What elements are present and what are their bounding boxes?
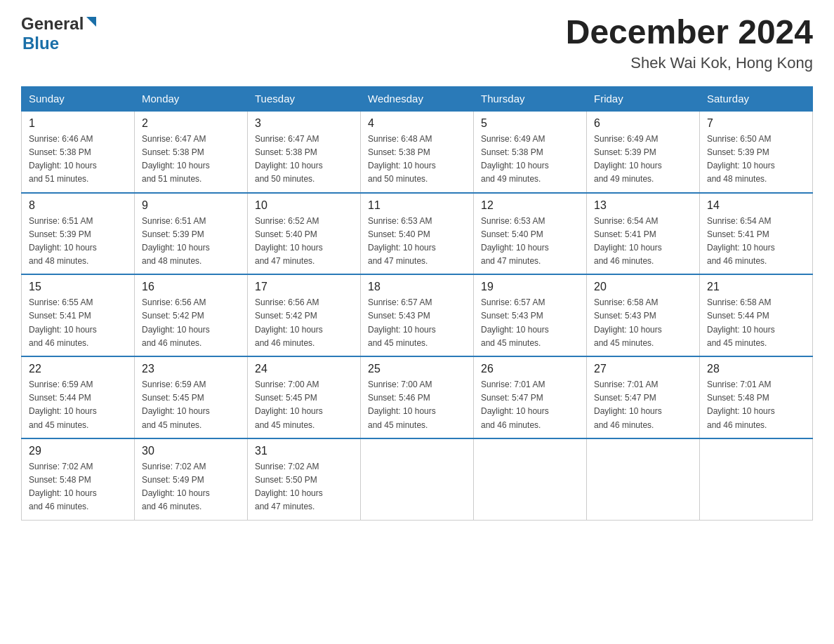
day-number: 28 <box>707 363 805 375</box>
day-info: Sunrise: 6:51 AM Sunset: 5:39 PM Dayligh… <box>142 215 240 269</box>
day-number: 8 <box>29 199 127 212</box>
calendar-cell: 13 Sunrise: 6:54 AM Sunset: 5:41 PM Dayl… <box>587 193 700 275</box>
calendar-cell: 6 Sunrise: 6:49 AM Sunset: 5:39 PM Dayli… <box>587 111 700 193</box>
day-info: Sunrise: 7:01 AM Sunset: 5:47 PM Dayligh… <box>594 378 692 432</box>
day-info: Sunrise: 6:53 AM Sunset: 5:40 PM Dayligh… <box>481 215 579 269</box>
day-info: Sunrise: 6:56 AM Sunset: 5:42 PM Dayligh… <box>142 296 240 350</box>
header-saturday: Saturday <box>700 86 813 111</box>
week-row-5: 29 Sunrise: 7:02 AM Sunset: 5:48 PM Dayl… <box>22 438 813 520</box>
day-info: Sunrise: 6:55 AM Sunset: 5:41 PM Dayligh… <box>29 296 127 350</box>
calendar-cell: 26 Sunrise: 7:01 AM Sunset: 5:47 PM Dayl… <box>474 356 587 438</box>
calendar-cell: 24 Sunrise: 7:00 AM Sunset: 5:45 PM Dayl… <box>248 356 361 438</box>
day-info: Sunrise: 6:56 AM Sunset: 5:42 PM Dayligh… <box>255 296 353 350</box>
calendar-cell: 31 Sunrise: 7:02 AM Sunset: 5:50 PM Dayl… <box>248 438 361 520</box>
calendar-cell: 16 Sunrise: 6:56 AM Sunset: 5:42 PM Dayl… <box>135 274 248 356</box>
calendar-cell: 19 Sunrise: 6:57 AM Sunset: 5:43 PM Dayl… <box>474 274 587 356</box>
day-number: 6 <box>594 117 692 130</box>
logo-general-text: General <box>21 14 84 34</box>
header-sunday: Sunday <box>22 86 135 111</box>
day-info: Sunrise: 6:52 AM Sunset: 5:40 PM Dayligh… <box>255 215 353 269</box>
calendar-cell <box>587 438 700 520</box>
calendar-cell: 11 Sunrise: 6:53 AM Sunset: 5:40 PM Dayl… <box>361 193 474 275</box>
week-row-2: 8 Sunrise: 6:51 AM Sunset: 5:39 PM Dayli… <box>22 193 813 275</box>
day-number: 26 <box>481 363 579 375</box>
location-subtitle: Shek Wai Kok, Hong Kong <box>566 54 813 72</box>
day-number: 9 <box>142 199 240 212</box>
calendar-cell: 1 Sunrise: 6:46 AM Sunset: 5:38 PM Dayli… <box>22 111 135 193</box>
day-info: Sunrise: 7:01 AM Sunset: 5:47 PM Dayligh… <box>481 378 579 432</box>
day-info: Sunrise: 6:51 AM Sunset: 5:39 PM Dayligh… <box>29 215 127 269</box>
calendar-cell: 20 Sunrise: 6:58 AM Sunset: 5:43 PM Dayl… <box>587 274 700 356</box>
day-number: 1 <box>29 117 127 130</box>
day-number: 7 <box>707 117 805 130</box>
day-number: 2 <box>142 117 240 130</box>
day-number: 16 <box>142 281 240 293</box>
day-number: 13 <box>594 199 692 212</box>
calendar-cell: 17 Sunrise: 6:56 AM Sunset: 5:42 PM Dayl… <box>248 274 361 356</box>
day-info: Sunrise: 6:50 AM Sunset: 5:39 PM Dayligh… <box>707 133 805 187</box>
calendar-cell <box>474 438 587 520</box>
day-info: Sunrise: 6:59 AM Sunset: 5:45 PM Dayligh… <box>142 378 240 432</box>
calendar-cell: 15 Sunrise: 6:55 AM Sunset: 5:41 PM Dayl… <box>22 274 135 356</box>
day-number: 10 <box>255 199 353 212</box>
day-number: 18 <box>368 281 466 293</box>
day-number: 14 <box>707 199 805 212</box>
logo: General Blue <box>21 14 98 53</box>
day-number: 4 <box>368 117 466 130</box>
calendar-cell: 8 Sunrise: 6:51 AM Sunset: 5:39 PM Dayli… <box>22 193 135 275</box>
calendar-header-row: SundayMondayTuesdayWednesdayThursdayFrid… <box>22 86 813 111</box>
day-info: Sunrise: 7:02 AM Sunset: 5:50 PM Dayligh… <box>255 460 353 514</box>
day-number: 11 <box>368 199 466 212</box>
logo-triangle-icon <box>85 15 98 31</box>
day-info: Sunrise: 6:49 AM Sunset: 5:39 PM Dayligh… <box>594 133 692 187</box>
day-number: 31 <box>255 445 353 457</box>
day-info: Sunrise: 6:49 AM Sunset: 5:38 PM Dayligh… <box>481 133 579 187</box>
day-info: Sunrise: 6:54 AM Sunset: 5:41 PM Dayligh… <box>594 215 692 269</box>
logo-blue-text: Blue <box>22 34 59 53</box>
day-info: Sunrise: 7:02 AM Sunset: 5:48 PM Dayligh… <box>29 460 127 514</box>
day-info: Sunrise: 7:02 AM Sunset: 5:49 PM Dayligh… <box>142 460 240 514</box>
month-year-title: December 2024 <box>566 14 813 51</box>
page-header: General Blue December 2024 Shek Wai Kok,… <box>21 14 813 72</box>
day-info: Sunrise: 6:46 AM Sunset: 5:38 PM Dayligh… <box>29 133 127 187</box>
day-info: Sunrise: 6:47 AM Sunset: 5:38 PM Dayligh… <box>255 133 353 187</box>
week-row-4: 22 Sunrise: 6:59 AM Sunset: 5:44 PM Dayl… <box>22 356 813 438</box>
calendar-cell: 12 Sunrise: 6:53 AM Sunset: 5:40 PM Dayl… <box>474 193 587 275</box>
day-number: 15 <box>29 281 127 293</box>
calendar-cell: 14 Sunrise: 6:54 AM Sunset: 5:41 PM Dayl… <box>700 193 813 275</box>
day-info: Sunrise: 6:58 AM Sunset: 5:43 PM Dayligh… <box>594 296 692 350</box>
calendar-cell: 4 Sunrise: 6:48 AM Sunset: 5:38 PM Dayli… <box>361 111 474 193</box>
day-number: 12 <box>481 199 579 212</box>
day-info: Sunrise: 6:57 AM Sunset: 5:43 PM Dayligh… <box>368 296 466 350</box>
day-info: Sunrise: 7:00 AM Sunset: 5:46 PM Dayligh… <box>368 378 466 432</box>
calendar-cell: 7 Sunrise: 6:50 AM Sunset: 5:39 PM Dayli… <box>700 111 813 193</box>
day-number: 29 <box>29 445 127 457</box>
week-row-3: 15 Sunrise: 6:55 AM Sunset: 5:41 PM Dayl… <box>22 274 813 356</box>
header-monday: Monday <box>135 86 248 111</box>
calendar-cell: 3 Sunrise: 6:47 AM Sunset: 5:38 PM Dayli… <box>248 111 361 193</box>
day-number: 22 <box>29 363 127 375</box>
day-info: Sunrise: 6:59 AM Sunset: 5:44 PM Dayligh… <box>29 378 127 432</box>
svg-marker-0 <box>86 17 96 27</box>
day-number: 17 <box>255 281 353 293</box>
title-section: December 2024 Shek Wai Kok, Hong Kong <box>566 14 813 72</box>
day-number: 27 <box>594 363 692 375</box>
calendar-cell: 21 Sunrise: 6:58 AM Sunset: 5:44 PM Dayl… <box>700 274 813 356</box>
calendar-cell: 23 Sunrise: 6:59 AM Sunset: 5:45 PM Dayl… <box>135 356 248 438</box>
day-number: 23 <box>142 363 240 375</box>
day-number: 19 <box>481 281 579 293</box>
calendar-cell: 29 Sunrise: 7:02 AM Sunset: 5:48 PM Dayl… <box>22 438 135 520</box>
calendar-cell: 5 Sunrise: 6:49 AM Sunset: 5:38 PM Dayli… <box>474 111 587 193</box>
header-friday: Friday <box>587 86 700 111</box>
week-row-1: 1 Sunrise: 6:46 AM Sunset: 5:38 PM Dayli… <box>22 111 813 193</box>
day-info: Sunrise: 6:53 AM Sunset: 5:40 PM Dayligh… <box>368 215 466 269</box>
day-info: Sunrise: 6:48 AM Sunset: 5:38 PM Dayligh… <box>368 133 466 187</box>
calendar-cell: 10 Sunrise: 6:52 AM Sunset: 5:40 PM Dayl… <box>248 193 361 275</box>
day-number: 24 <box>255 363 353 375</box>
day-number: 21 <box>707 281 805 293</box>
header-wednesday: Wednesday <box>361 86 474 111</box>
day-number: 20 <box>594 281 692 293</box>
day-number: 5 <box>481 117 579 130</box>
calendar-cell: 2 Sunrise: 6:47 AM Sunset: 5:38 PM Dayli… <box>135 111 248 193</box>
day-info: Sunrise: 7:01 AM Sunset: 5:48 PM Dayligh… <box>707 378 805 432</box>
